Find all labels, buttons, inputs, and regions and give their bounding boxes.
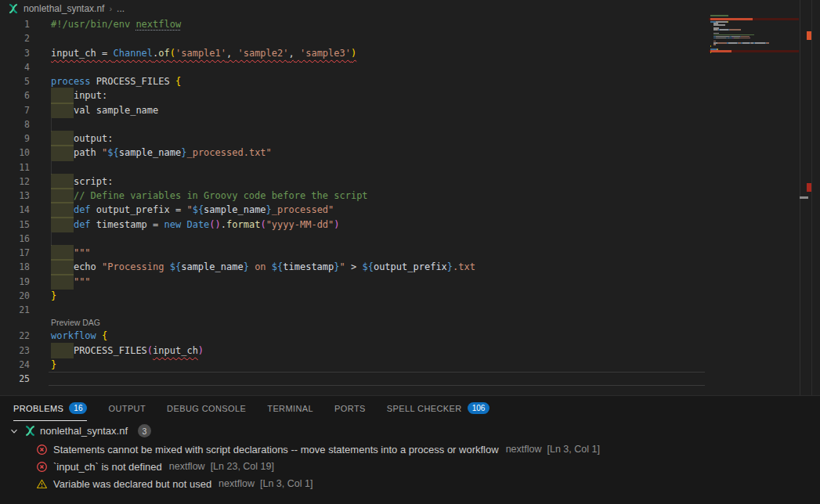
line-number[interactable]: 12 xyxy=(6,175,30,189)
panel-tab-debug-console[interactable]: DEBUG CONSOLE xyxy=(167,396,246,421)
code-line-content: input: xyxy=(51,88,107,103)
code-line[interactable]: 18echo "Processing ${sample_name} on ${t… xyxy=(0,260,709,274)
code-line[interactable]: 25 xyxy=(0,372,709,386)
problem-source: nextflow xyxy=(169,461,205,472)
code-line[interactable]: 20} xyxy=(0,289,709,303)
code-token: ${ xyxy=(272,261,283,272)
minimap-line xyxy=(722,15,728,16)
indent-highlight xyxy=(51,131,74,146)
code-token: script: xyxy=(74,176,114,187)
line-number[interactable]: 16 xyxy=(6,232,30,246)
minimap-line xyxy=(766,42,769,44)
breadcrumb-file-name[interactable]: nonlethal_syntax.nf xyxy=(23,3,104,14)
problem-row[interactable]: `input_ch` is not definednextflow[Ln 23,… xyxy=(0,458,820,475)
line-number[interactable]: 2 xyxy=(6,31,30,45)
code-area[interactable]: 1#!/usr/bin/env nextflow23input_ch = Cha… xyxy=(0,17,709,386)
tab-count-badge: 106 xyxy=(468,402,490,414)
code-line[interactable]: 6input: xyxy=(0,88,709,103)
line-number[interactable]: 13 xyxy=(6,189,30,203)
problem-row[interactable]: Variable was declared but not usednextfl… xyxy=(0,475,820,492)
code-line[interactable]: 14def output_prefix = "${sample_name}_pr… xyxy=(0,203,709,217)
nextflow-file-icon xyxy=(8,3,19,14)
code-token: val sample_name xyxy=(74,105,158,116)
code-token: "yyyy-MM-dd" xyxy=(266,219,334,230)
code-line[interactable]: 19""" xyxy=(0,275,709,289)
code-line[interactable]: 13// Define variables in Groovy code bef… xyxy=(0,189,709,203)
code-token: #!/usr/bin/env xyxy=(51,19,135,30)
code-line[interactable]: 5process PROCESS_FILES { xyxy=(0,74,709,88)
code-line[interactable]: 11 xyxy=(0,160,709,175)
code-line[interactable]: 17""" xyxy=(0,246,709,260)
minimap-line xyxy=(742,42,750,44)
minimap-line xyxy=(713,44,716,45)
line-number[interactable]: 8 xyxy=(6,117,30,131)
problem-message: `input_ch` is not defined xyxy=(53,461,162,473)
line-number[interactable]: 7 xyxy=(6,103,30,117)
panel-tab-terminal[interactable]: TERMINAL xyxy=(267,396,313,421)
minimap[interactable] xyxy=(709,0,799,395)
line-number[interactable]: 6 xyxy=(6,88,30,103)
problems-file-group[interactable]: nonlethal_syntax.nf 3 xyxy=(0,421,820,441)
line-number[interactable]: 17 xyxy=(6,246,30,260)
line-number[interactable]: 22 xyxy=(6,329,30,343)
panel-tab-problems[interactable]: PROBLEMS16 xyxy=(13,396,87,421)
code-token: output_prefix xyxy=(374,261,447,272)
line-number[interactable]: 1 xyxy=(6,17,30,31)
problem-location: [Ln 3, Col 1] xyxy=(547,444,600,455)
code-token: input_ch = xyxy=(51,48,113,59)
panel-tab-label: PROBLEMS xyxy=(13,404,63,413)
line-number[interactable]: 24 xyxy=(6,358,30,372)
code-line[interactable]: 24} xyxy=(0,358,709,372)
code-line[interactable]: 4 xyxy=(0,60,709,74)
line-number[interactable]: 14 xyxy=(6,203,30,217)
code-line[interactable]: 1#!/usr/bin/env nextflow xyxy=(0,17,709,31)
minimap-line xyxy=(755,42,765,44)
line-number[interactable]: 15 xyxy=(6,218,30,232)
line-number[interactable]: 9 xyxy=(6,131,30,146)
line-number[interactable]: 20 xyxy=(6,289,30,303)
breadcrumb[interactable]: nonlethal_syntax.nf › ... xyxy=(0,0,820,17)
code-line[interactable]: 21 xyxy=(0,303,709,317)
indent-highlight xyxy=(51,217,74,232)
line-number[interactable]: 19 xyxy=(6,275,30,289)
code-line[interactable]: 12script: xyxy=(0,175,709,189)
problem-message: Statements cannot be mixed with script d… xyxy=(53,444,499,455)
problems-file-name: nonlethal_syntax.nf xyxy=(40,425,128,437)
code-token: on xyxy=(249,261,272,272)
code-line[interactable]: 7val sample_name xyxy=(0,103,709,117)
code-line[interactable]: 8 xyxy=(0,117,709,131)
code-line[interactable]: 23PROCESS_FILES(input_ch) xyxy=(0,344,709,358)
editor[interactable]: nonlethal_syntax.nf › ... 1#!/usr/bin/en… xyxy=(0,0,820,396)
code-token: input: xyxy=(74,90,107,101)
line-number[interactable]: 10 xyxy=(6,146,30,160)
codelens-link[interactable]: Preview DAG xyxy=(0,317,709,329)
line-number[interactable]: 21 xyxy=(6,303,30,317)
panel-tab-spell-checker[interactable]: SPELL CHECKER106 xyxy=(387,396,490,421)
code-line[interactable]: 9output: xyxy=(0,131,709,146)
code-line[interactable]: 16 xyxy=(0,232,709,246)
code-token: // Define variables in Groovy code befor… xyxy=(74,190,368,201)
line-number[interactable]: 23 xyxy=(6,344,30,358)
line-number[interactable]: 11 xyxy=(6,160,30,175)
panel-tab-label: PORTS xyxy=(334,404,366,413)
line-number[interactable]: 5 xyxy=(6,74,30,88)
line-number[interactable]: 3 xyxy=(6,46,30,60)
panel-tab-ports[interactable]: PORTS xyxy=(334,396,366,421)
line-number[interactable]: 18 xyxy=(6,260,30,274)
code-line-content: def output_prefix = "${sample_name}_proc… xyxy=(51,203,334,217)
code-line[interactable]: 15def timestamp = new Date().format("yyy… xyxy=(0,218,709,232)
code-token: 'sample2' xyxy=(237,48,288,59)
indent-guide xyxy=(51,160,52,175)
code-line[interactable]: 3input_ch = Channel.of('sample1', 'sampl… xyxy=(0,46,709,60)
code-line[interactable]: 22workflow { xyxy=(0,329,709,343)
code-line[interactable]: 10path "${sample_name}_processed.txt" xyxy=(0,146,709,160)
breadcrumb-ellipsis[interactable]: ... xyxy=(117,3,125,14)
line-number[interactable]: 25 xyxy=(6,372,30,386)
problem-row[interactable]: Statements cannot be mixed with script d… xyxy=(0,441,820,458)
panel-tab-output[interactable]: OUTPUT xyxy=(108,396,146,421)
code-token: ${ xyxy=(170,261,181,272)
indent-highlight xyxy=(51,202,74,218)
line-number[interactable]: 4 xyxy=(6,60,30,74)
code-line[interactable]: 2 xyxy=(0,31,709,45)
code-line-content: } xyxy=(51,289,56,303)
